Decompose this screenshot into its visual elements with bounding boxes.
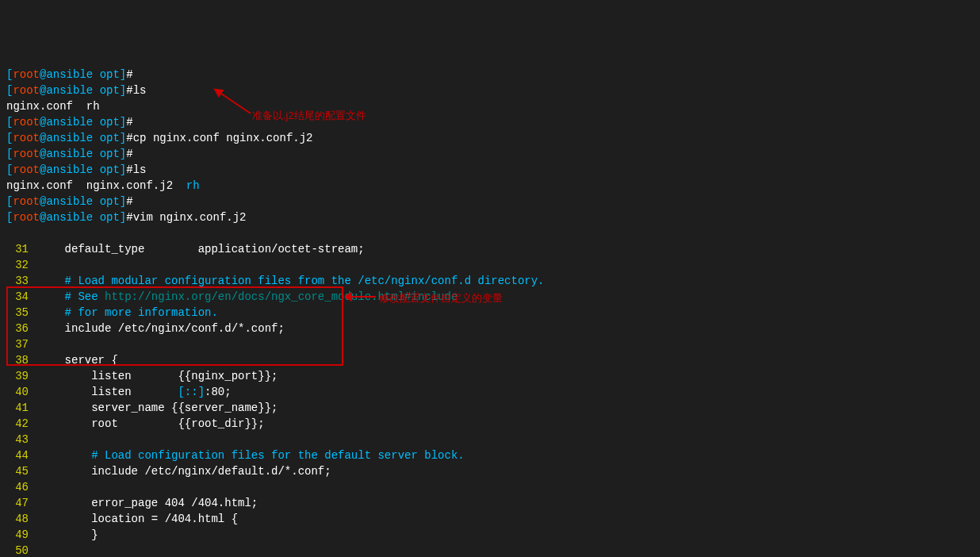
line-number: 43 bbox=[6, 432, 38, 448]
line-number: 37 bbox=[6, 336, 38, 352]
line-number: 32 bbox=[6, 257, 38, 273]
output-line: nginx.conf nginx.conf.j2 rh bbox=[6, 178, 974, 194]
output-line: nginx.conf rh bbox=[6, 98, 974, 114]
line-number: 42 bbox=[6, 416, 38, 432]
line-number: 45 bbox=[6, 463, 38, 479]
prompt-line[interactable]: [root@ansible opt]# bbox=[6, 194, 974, 209]
editor-line-41: 41 server_name {{server_name}}; bbox=[6, 400, 974, 416]
line-number: 38 bbox=[6, 352, 38, 368]
line-number: 31 bbox=[6, 241, 38, 257]
editor-line-40: 40 listen [::]:80; bbox=[6, 384, 974, 400]
line-number: 39 bbox=[6, 368, 38, 384]
editor-line-49: 49 } bbox=[6, 527, 974, 543]
prompt-line[interactable]: [root@ansible opt]# bbox=[6, 146, 974, 162]
editor-line-31: 31 default_type application/octet-stream… bbox=[6, 241, 974, 257]
editor-line-39: 39 listen {{nginx_port}}; bbox=[6, 368, 974, 384]
prompt-line[interactable]: [root@ansible opt]# bbox=[6, 67, 974, 83]
line-number: 47 bbox=[6, 495, 38, 511]
editor-line-32: 32 bbox=[6, 257, 974, 273]
prompt-line[interactable]: [root@ansible opt]#ls bbox=[6, 83, 974, 98]
prompt-line[interactable]: [root@ansible opt]#ls bbox=[6, 162, 974, 178]
prompt-line[interactable]: [root@ansible opt]#cp nginx.conf nginx.c… bbox=[6, 130, 974, 146]
editor-line-46: 46 bbox=[6, 479, 974, 495]
line-number: 40 bbox=[6, 384, 38, 400]
line-number: 33 bbox=[6, 273, 38, 289]
line-number: 35 bbox=[6, 305, 38, 321]
editor-content[interactable]: 31 default_type application/octet-stream… bbox=[6, 241, 974, 557]
editor-line-47: 47 error_page 404 /404.html; bbox=[6, 495, 974, 511]
editor-line-42: 42 root {{root_dir}}; bbox=[6, 416, 974, 432]
editor-line-48: 48 location = /404.html { bbox=[6, 511, 974, 527]
editor-line-37: 37 bbox=[6, 336, 974, 352]
editor-line-36: 36 include /etc/nginx/conf.d/*.conf; bbox=[6, 321, 974, 336]
line-number: 46 bbox=[6, 479, 38, 495]
line-number: 49 bbox=[6, 527, 38, 543]
prompt-line[interactable]: [root@ansible opt]#vim nginx.conf.j2 bbox=[6, 209, 974, 225]
editor-line-50: 50 bbox=[6, 543, 974, 557]
editor-line-38: 38 server { bbox=[6, 352, 974, 368]
line-number: 41 bbox=[6, 400, 38, 416]
annotation-2: 修改配置文件自定义的变量 bbox=[379, 290, 503, 306]
line-number: 48 bbox=[6, 511, 38, 527]
line-number: 50 bbox=[6, 543, 38, 557]
editor-line-35: 35 # for more information. bbox=[6, 305, 974, 321]
editor-line-45: 45 include /etc/nginx/default.d/*.conf; bbox=[6, 463, 974, 479]
line-number: 36 bbox=[6, 321, 38, 336]
annotation-1: 准备以.j2结尾的配置文件 bbox=[252, 108, 366, 124]
line-number: 44 bbox=[6, 448, 38, 463]
prompt-line[interactable]: [root@ansible opt]# bbox=[6, 114, 974, 130]
editor-line-44: 44 # Load configuration files for the de… bbox=[6, 448, 974, 463]
terminal-output[interactable]: [root@ansible opt]#[root@ansible opt]#ls… bbox=[6, 67, 974, 225]
editor-line-43: 43 bbox=[6, 432, 974, 448]
line-number: 34 bbox=[6, 289, 38, 305]
editor-line-33: 33 # Load modular configuration files fr… bbox=[6, 273, 974, 289]
